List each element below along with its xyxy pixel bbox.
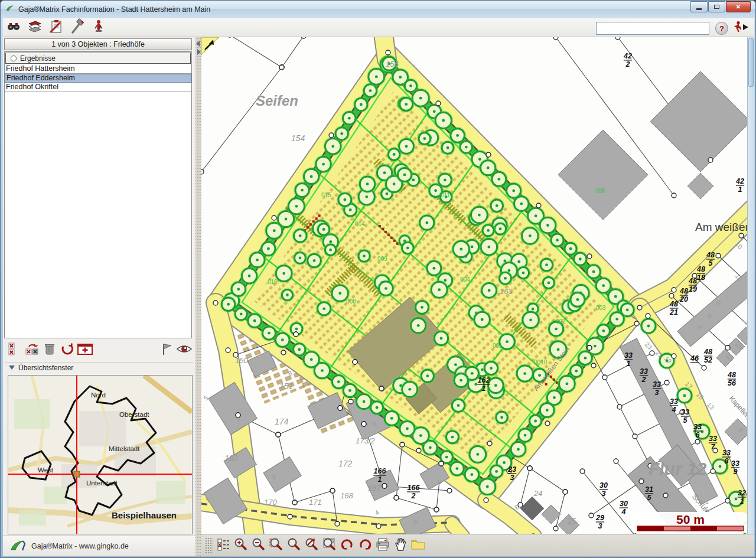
- search-input[interactable]: [596, 22, 709, 35]
- svg-text:7: 7: [711, 443, 716, 451]
- svg-text:168: 168: [340, 491, 353, 500]
- sidebar: 1 von 3 Objekten : Friedhöfe Ergebnisse …: [3, 37, 195, 556]
- svg-text:20: 20: [679, 295, 688, 304]
- map-vertical-scrollbar[interactable]: [747, 37, 754, 534]
- svg-text:31: 31: [645, 485, 653, 494]
- svg-text:174: 174: [275, 417, 289, 426]
- zoom-previous-icon: [322, 537, 337, 554]
- svg-text:48: 48: [703, 348, 712, 356]
- pan-hand-button[interactable]: [392, 537, 409, 554]
- redo-button[interactable]: [356, 537, 374, 554]
- print-button[interactable]: [374, 537, 392, 554]
- results-header-button[interactable]: 1 von 3 Objekten : Friedhöfe: [4, 38, 192, 50]
- report-button[interactable]: [45, 19, 67, 36]
- zoom-pan-icon: [286, 537, 302, 554]
- svg-text:Seifen: Seifen: [256, 93, 298, 109]
- overview-map[interactable]: NordOberstadtMittelstadtWestUnterstadtBe…: [8, 375, 193, 534]
- zoom-in-button[interactable]: [232, 537, 250, 554]
- undo-button[interactable]: [338, 537, 356, 554]
- svg-text:33: 33: [624, 351, 633, 360]
- zoom-arrow-button[interactable]: [303, 537, 321, 554]
- svg-text:48: 48: [679, 287, 688, 295]
- new-window-button[interactable]: [76, 341, 94, 359]
- svg-text:156: 156: [386, 60, 399, 68]
- app-window: Gaja®Matrix Fachinformation - Stadt Hatt…: [0, 0, 756, 558]
- svg-text:9: 9: [734, 468, 738, 476]
- folder-button[interactable]: [409, 537, 427, 554]
- folder-icon: [410, 537, 426, 554]
- help-button[interactable]: ?: [715, 22, 728, 35]
- zoom-out-button[interactable]: [250, 537, 268, 554]
- legend-icon: [216, 537, 231, 554]
- swap-selection-button[interactable]: [23, 341, 41, 359]
- splitter[interactable]: [195, 37, 201, 556]
- minimize-button[interactable]: [690, 1, 708, 12]
- eye-button[interactable]: [175, 341, 193, 359]
- svg-text:42: 42: [735, 177, 744, 185]
- clear-selection-icon: [6, 341, 22, 359]
- svg-text:015: 015: [321, 192, 331, 198]
- status-bar: Gaja®Matrix - www.gingko.de: [3, 536, 195, 556]
- pan-hand-icon: [393, 537, 408, 554]
- svg-text:33: 33: [731, 459, 739, 468]
- splitter-expand-icon[interactable]: [197, 49, 201, 55]
- flag-button[interactable]: [158, 341, 175, 359]
- svg-text:Unterstadt: Unterstadt: [86, 479, 118, 487]
- scrollbar-thumb[interactable]: [748, 38, 754, 87]
- svg-text:33: 33: [681, 408, 689, 416]
- close-button[interactable]: ✕: [726, 1, 751, 12]
- sidebar-toolbar: [5, 341, 193, 360]
- svg-text:3: 3: [655, 389, 659, 397]
- flag-icon: [159, 341, 174, 359]
- svg-text:19: 19: [689, 285, 697, 293]
- svg-text:21: 21: [669, 308, 678, 316]
- app-icon: [5, 4, 15, 15]
- svg-text:Mittelstadt: Mittelstadt: [109, 445, 140, 452]
- zoom-previous-button[interactable]: [321, 537, 338, 554]
- svg-text:42: 42: [623, 52, 632, 60]
- svg-text:52: 52: [704, 356, 712, 364]
- svg-text:33: 33: [653, 380, 661, 389]
- layers-icon: [27, 18, 43, 37]
- info-button[interactable]: [88, 19, 109, 36]
- svg-text:West: West: [38, 466, 54, 474]
- svg-text:002: 002: [556, 318, 566, 325]
- zoom-window-button[interactable]: [268, 537, 285, 554]
- svg-text:50 m: 50 m: [676, 513, 705, 526]
- map-canvas: 0160150140110090080040010010002003006Sei…: [201, 37, 747, 534]
- svg-text:001: 001: [493, 342, 503, 349]
- eye-icon: [175, 341, 193, 359]
- zoom-pan-button[interactable]: [285, 537, 303, 554]
- svg-text:172: 172: [338, 459, 353, 468]
- splitter-collapse-icon[interactable]: [196, 41, 200, 47]
- map-view[interactable]: 0160150140110090080040010010002003006Sei…: [201, 37, 747, 534]
- svg-text:33: 33: [693, 423, 702, 431]
- svg-text:3: 3: [602, 490, 606, 498]
- svg-text:173/2: 173/2: [356, 436, 375, 445]
- maximize-button[interactable]: [708, 1, 725, 12]
- svg-text:48: 48: [706, 251, 715, 259]
- tools-button[interactable]: [67, 19, 88, 36]
- svg-text:Nord: Nord: [91, 391, 106, 399]
- svg-text:56: 56: [728, 379, 737, 387]
- overview-section-header[interactable]: Übersichtsfenster: [5, 362, 193, 373]
- svg-text:1: 1: [738, 185, 742, 194]
- exit-button[interactable]: [733, 20, 751, 37]
- svg-text:3: 3: [598, 522, 602, 530]
- legend-button[interactable]: [214, 537, 232, 554]
- delete-button[interactable]: [41, 341, 58, 359]
- result-item-3[interactable]: Friedhof Okriftel: [5, 83, 191, 92]
- svg-text:25: 25: [567, 517, 576, 526]
- result-item-2[interactable]: Friedhof Eddersheim: [5, 74, 191, 83]
- titlebar[interactable]: Gaja®Matrix Fachinformation - Stadt Hatt…: [1, 1, 755, 18]
- result-item-1[interactable]: Friedhof Hattersheim: [5, 64, 191, 74]
- clear-selection-button[interactable]: [5, 341, 23, 359]
- layers-button[interactable]: [24, 19, 45, 36]
- svg-text:192: 192: [224, 453, 239, 463]
- svg-text:6: 6: [696, 431, 700, 439]
- search-button[interactable]: [3, 19, 24, 36]
- svg-text:163: 163: [500, 287, 513, 296]
- refresh-button[interactable]: [58, 341, 76, 359]
- svg-text:4: 4: [621, 508, 626, 516]
- results-group-row[interactable]: Ergebnisse: [5, 53, 191, 64]
